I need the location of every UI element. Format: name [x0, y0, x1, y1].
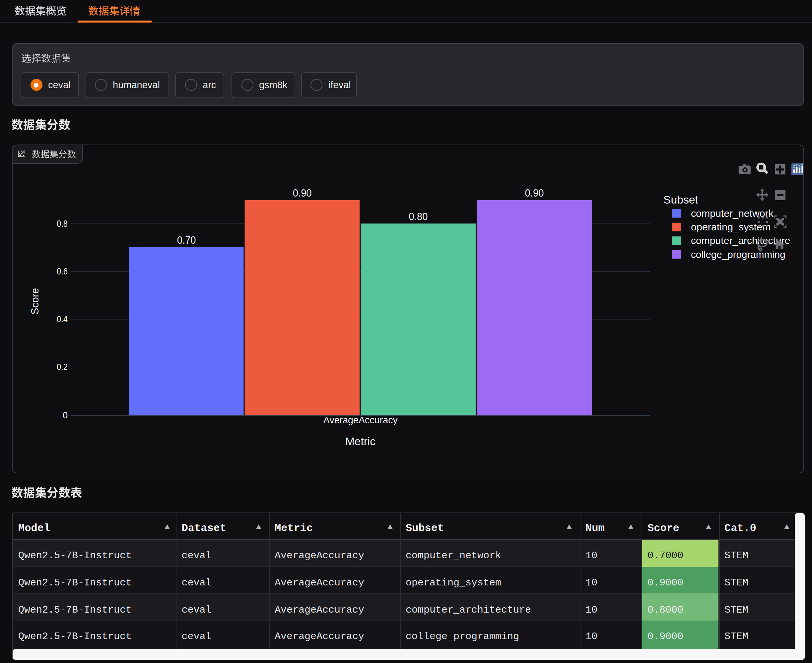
svg-text:computer_network: computer_network: [690, 207, 773, 218]
svg-text:Metric: Metric: [345, 435, 375, 447]
svg-text:Subset: Subset: [663, 193, 698, 205]
svg-text:0.80: 0.80: [408, 210, 428, 222]
svg-text:college_programming: college_programming: [690, 249, 785, 260]
svg-text:0.90: 0.90: [293, 187, 311, 198]
svg-text:0.90: 0.90: [525, 187, 544, 198]
svg-text:0.8: 0.8: [57, 218, 67, 228]
svg-text:0.6: 0.6: [57, 266, 67, 276]
svg-text:Score: Score: [29, 288, 41, 314]
svg-text:0.70: 0.70: [177, 234, 196, 245]
svg-text:0.4: 0.4: [57, 314, 67, 324]
svg-text:0: 0: [62, 410, 67, 420]
svg-text:0.2: 0.2: [57, 362, 67, 372]
svg-text:AverageAccuracy: AverageAccuracy: [323, 414, 397, 425]
